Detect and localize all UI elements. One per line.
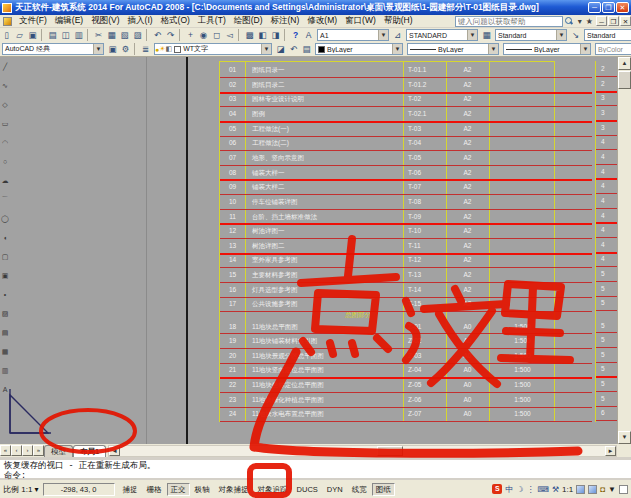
chevron-down-icon[interactable]: ▼: [378, 30, 388, 40]
workspace-combo[interactable]: AutoCAD 经典 ▼: [2, 43, 104, 55]
match-properties-icon[interactable]: ▨: [131, 29, 144, 41]
first-tab-icon[interactable]: «: [0, 445, 11, 456]
toggle-DUCS[interactable]: DUCS: [293, 483, 322, 496]
menu-item-视图[interactable]: 视图(V): [87, 15, 123, 27]
mleader-style-icon[interactable]: ↘: [569, 29, 582, 41]
spline-icon[interactable]: ⌒: [0, 190, 10, 209]
menu-item-工具[interactable]: 工具(T): [194, 15, 230, 27]
layer-states-icon[interactable]: ▤: [300, 43, 313, 55]
more-dots-icon[interactable]: ⋮: [526, 485, 534, 494]
toggle-对象捕捉[interactable]: 对象捕捉: [215, 483, 253, 496]
ellipse-icon[interactable]: ◯: [0, 209, 10, 228]
chevron-down-icon[interactable]: ▼: [261, 44, 271, 54]
scroll-down-icon[interactable]: ▼: [618, 431, 631, 444]
menu-item-插入[interactable]: 插入(I): [124, 15, 157, 27]
title-bar[interactable]: 天正软件-建筑系统 2014 For AutoCAD 2008 - [C:\Do…: [0, 0, 631, 15]
save-workspace-icon[interactable]: ▣: [106, 43, 119, 55]
table-style-icon[interactable]: ▦: [480, 29, 493, 41]
rectangle-icon[interactable]: ▭: [0, 114, 10, 133]
layer-combo[interactable]: ● ☀ ◧ WT文字 ▼: [154, 43, 272, 55]
circle-icon[interactable]: ○: [0, 152, 10, 171]
make-block-icon[interactable]: ▣: [0, 266, 10, 285]
command-window[interactable]: 恢复缓存的视口 - 正在重新生成布局。 命令:: [0, 457, 631, 480]
menu-item-编辑[interactable]: 编辑(E): [51, 15, 87, 27]
help-search-input[interactable]: [455, 16, 563, 27]
next-tab-icon[interactable]: ›: [22, 445, 33, 456]
undo-icon[interactable]: ↶: [151, 29, 164, 41]
layout-tab-model[interactable]: 模型: [44, 445, 73, 457]
text-style-combo[interactable]: A1▼: [317, 29, 389, 41]
polyline-icon[interactable]: ∿: [0, 76, 10, 95]
mdi-restore-button[interactable]: ❐: [608, 16, 619, 26]
search-dropdown-icon[interactable]: ▾: [576, 17, 584, 26]
mleader-style-combo[interactable]: Standard▼: [584, 29, 631, 41]
last-tab-icon[interactable]: »: [33, 445, 44, 456]
sogou-input-icon[interactable]: S: [492, 484, 502, 494]
toggle-图纸[interactable]: 图纸: [372, 483, 395, 496]
horizontal-scroll-thumb[interactable]: [377, 446, 403, 456]
restore-button[interactable]: ❐: [602, 2, 615, 13]
chevron-down-icon[interactable]: ▼: [392, 44, 402, 54]
keyboard-icon[interactable]: ⌨: [537, 485, 549, 494]
tianzheng-scale-control[interactable]: 比例 1:1 ▾: [3, 484, 39, 495]
menu-item-帮助[interactable]: 帮助(H): [380, 15, 417, 27]
hatch-icon[interactable]: ▨: [0, 304, 10, 323]
mdi-minimize-button[interactable]: ─: [596, 16, 607, 26]
annotation-autoscale-icon[interactable]: [588, 485, 597, 494]
annotation-visibility-icon[interactable]: [576, 485, 585, 494]
menu-item-修改[interactable]: 修改(M): [303, 15, 341, 27]
toggle-DYN[interactable]: DYN: [323, 483, 347, 496]
pan-icon[interactable]: +: [184, 29, 197, 41]
arc-icon[interactable]: ◠: [0, 133, 10, 152]
toggle-捕捉[interactable]: 捕捉: [119, 483, 142, 496]
redo-icon[interactable]: ↷: [164, 29, 177, 41]
zoom-previous-icon[interactable]: ◅: [223, 29, 236, 41]
zoom-window-icon[interactable]: ◻: [210, 29, 223, 41]
revision-cloud-icon[interactable]: ☁: [0, 171, 10, 190]
prev-tab-icon[interactable]: ‹: [11, 445, 22, 456]
table-icon[interactable]: ▥: [0, 361, 10, 380]
polygon-icon[interactable]: ◇: [0, 95, 10, 114]
layout-tab-layout[interactable]: 布局1: [73, 445, 106, 457]
save-icon[interactable]: ▣: [26, 29, 39, 41]
settings-wrench-icon[interactable]: ⚒: [552, 485, 559, 494]
help-icon[interactable]: ?: [289, 29, 302, 41]
designcenter-icon[interactable]: ◧: [256, 29, 269, 41]
toolbar-lock-icon[interactable]: ◘: [600, 485, 605, 494]
linetype-combo[interactable]: ByLayer ▼: [407, 43, 499, 55]
line-icon[interactable]: ╱: [0, 57, 10, 76]
plot-preview-icon[interactable]: ◫: [59, 29, 72, 41]
chevron-down-icon[interactable]: ▼: [556, 30, 566, 40]
toggle-栅格[interactable]: 栅格: [143, 483, 166, 496]
horizontal-scrollbar[interactable]: ◄ ►: [108, 445, 617, 457]
search-icon[interactable]: [565, 17, 574, 26]
input-mode-icon[interactable]: 中: [505, 484, 513, 495]
toggle-正交[interactable]: 正交: [167, 483, 190, 496]
scroll-right-icon[interactable]: ►: [605, 446, 616, 456]
gradient-icon[interactable]: ▤: [0, 323, 10, 342]
publish-icon[interactable]: ▥: [72, 29, 85, 41]
menu-item-格式[interactable]: 格式(O): [157, 15, 194, 27]
table-style-combo[interactable]: Standard▼: [495, 29, 567, 41]
copy-icon[interactable]: ▦: [105, 29, 118, 41]
scroll-left-icon[interactable]: ◄: [109, 446, 120, 456]
toggle-线宽[interactable]: 线宽: [348, 483, 371, 496]
dim-style-combo[interactable]: STANDARD▼: [406, 29, 478, 41]
mdi-close-button[interactable]: ✕: [620, 16, 631, 26]
layer-lock-icon[interactable]: ◧: [166, 45, 173, 53]
close-button[interactable]: ✕: [616, 2, 629, 13]
menu-item-绘图[interactable]: 绘图(D): [230, 15, 267, 27]
menu-item-标注[interactable]: 标注(N): [267, 15, 304, 27]
insert-block-icon[interactable]: ▢: [0, 247, 10, 266]
point-icon[interactable]: •: [0, 285, 10, 304]
toggle-对象追踪[interactable]: 对象追踪: [254, 483, 292, 496]
plot-icon[interactable]: ▤: [46, 29, 59, 41]
zoom-realtime-icon[interactable]: ◉: [197, 29, 210, 41]
tool-palettes-icon[interactable]: ◨: [269, 29, 282, 41]
dim-style-icon[interactable]: ⊿: [391, 29, 404, 41]
minimize-button[interactable]: ─: [588, 2, 601, 13]
vertical-scrollbar[interactable]: ▲ ▼: [617, 57, 631, 444]
chevron-down-icon[interactable]: ▼: [488, 44, 498, 54]
moon-icon[interactable]: ☽: [516, 485, 523, 494]
favorites-star-icon[interactable]: ★: [584, 17, 595, 26]
